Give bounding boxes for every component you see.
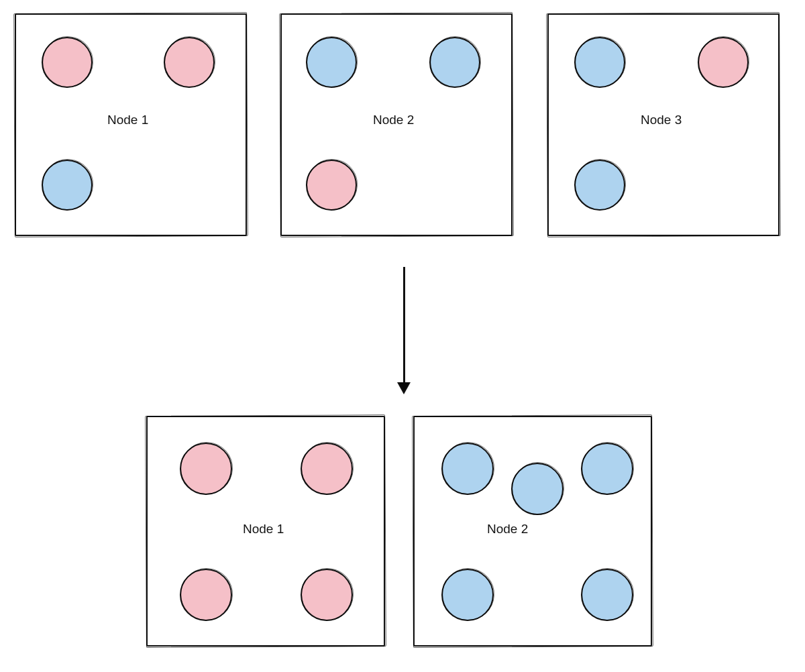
bottom-node-2-dot-blue [441, 443, 494, 495]
flow-arrow [398, 267, 411, 398]
bottom-node-1-dot-pink [180, 443, 232, 495]
bottom-node-2-dot-blue [581, 443, 633, 495]
top-node-1-dot-pink [42, 37, 93, 88]
top-node-3-dot-blue [574, 160, 625, 211]
diagram-canvas: Node 1 Node 2 Node 3 Node 1 Node 2 [0, 0, 805, 672]
bottom-node-2-dot-blue [581, 569, 633, 621]
top-node-2-dot-blue [306, 37, 357, 88]
bottom-node-1-dot-pink [301, 443, 353, 495]
bottom-node-2-dot-blue [511, 463, 564, 515]
top-node-1-dot-pink [164, 37, 215, 88]
top-node-2-dot-pink [306, 160, 357, 211]
bottom-node-1-label: Node 1 [243, 522, 284, 537]
bottom-node-2-label: Node 2 [487, 522, 528, 537]
bottom-node-1-dot-pink [180, 569, 232, 621]
top-node-3-dot-pink [698, 37, 749, 88]
top-node-2-dot-blue [429, 37, 480, 88]
top-node-2-label: Node 2 [373, 113, 414, 127]
top-node-3-label: Node 3 [641, 113, 682, 127]
bottom-node-2-dot-blue [441, 569, 494, 621]
top-node-1-dot-blue [42, 160, 93, 211]
top-node-1-label: Node 1 [107, 113, 148, 127]
top-node-3-dot-blue [574, 37, 625, 88]
bottom-node-1-dot-pink [301, 569, 353, 621]
